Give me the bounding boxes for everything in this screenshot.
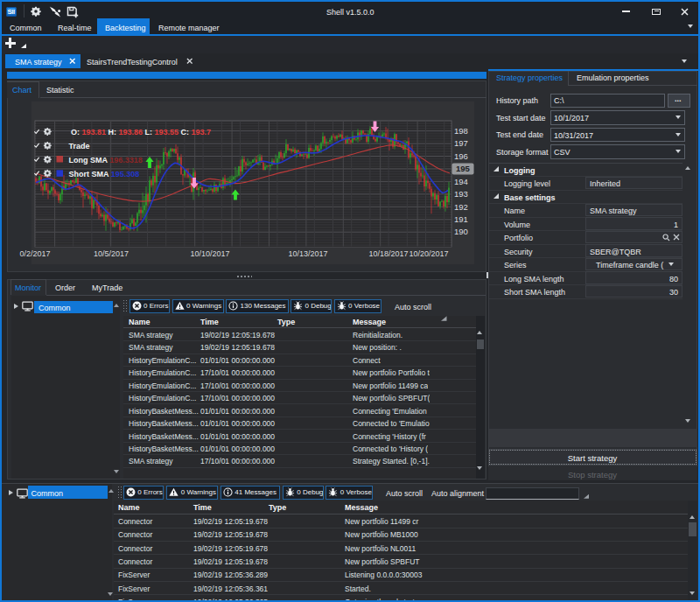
svg-text:Long SMA 196.3318: Long SMA 196.3318 [69, 156, 143, 164]
svg-text:10/13/2017: 10/13/2017 [288, 249, 327, 258]
svg-text:195: 195 [456, 164, 471, 173]
svg-text:192: 192 [454, 202, 468, 212]
svg-text:196: 196 [454, 151, 468, 161]
svg-text:190: 190 [454, 227, 468, 236]
svg-text:10/5/2017: 10/5/2017 [94, 249, 129, 258]
svg-text:0/2/2017: 0/2/2017 [19, 249, 50, 258]
svg-text:193: 193 [454, 189, 468, 199]
svg-text:10/10/2017: 10/10/2017 [190, 249, 229, 258]
svg-text:10/18/2017: 10/18/2017 [368, 249, 408, 258]
svg-text:Short SMA 195.308: Short SMA 195.308 [69, 170, 140, 178]
svg-text:191: 191 [454, 214, 468, 224]
svg-text:Trade: Trade [69, 142, 90, 150]
svg-text:198: 198 [454, 126, 468, 136]
svg-text:O: 193.81 H: 193.86 L: 193.55: O: 193.81 H: 193.86 L: 193.55 C: 193.7 [71, 128, 211, 136]
svg-text:194: 194 [454, 177, 468, 186]
svg-text:197: 197 [454, 138, 468, 148]
svg-text:10/20/2017: 10/20/2017 [409, 249, 448, 258]
